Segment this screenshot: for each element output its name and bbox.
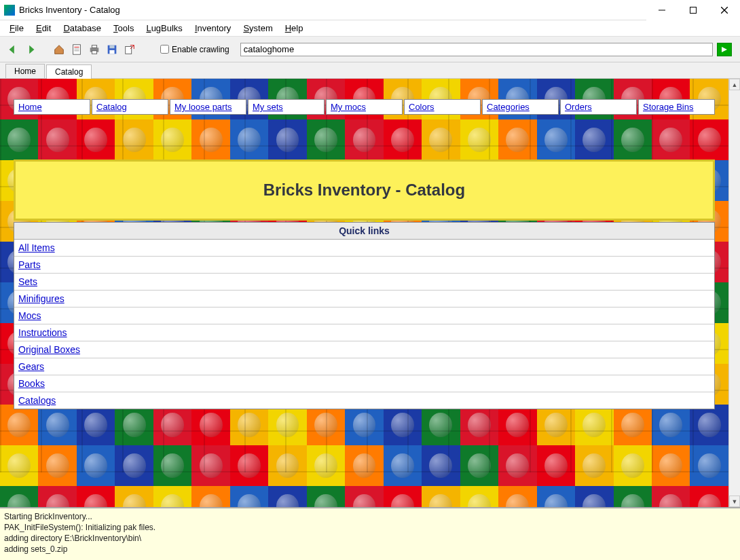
vertical-scrollbar[interactable]: ▲ ▼ [728,79,740,507]
close-icon [721,7,728,14]
nav-link-colors[interactable]: Colors [409,102,434,112]
menu-file[interactable]: File [4,22,29,35]
svg-rect-1 [690,7,697,13]
nav-row: HomeCatalogMy loose partsMy setsMy mocsC… [14,99,715,115]
nav-cell-catalog: Catalog [92,99,168,115]
content-scroll[interactable]: HomeCatalogMy loose partsMy setsMy mocsC… [0,79,728,507]
log-line: adding directory E:\BrickInventory\bin\ [4,533,736,544]
nav-cell-home: Home [14,99,90,115]
save-button[interactable] [105,42,119,57]
quicklinks-header: Quick links [14,223,714,240]
tabbar: Home Catalog [0,62,740,79]
quicklink-minifigures[interactable]: Minifigures [18,293,64,304]
log-panel[interactable]: Starting BrickInventory...PAK_InitFileSy… [0,507,740,560]
quicklink-books[interactable]: Books [18,378,45,389]
menu-help[interactable]: Help [280,22,309,35]
tab-catalog[interactable]: Catalog [46,64,92,79]
print-button[interactable] [87,42,102,57]
quicklink-row: Books [14,375,714,392]
diary-button[interactable] [69,42,84,57]
menu-inventory[interactable]: Inventory [189,22,237,35]
nav-link-my-loose-parts[interactable]: My loose parts [174,102,232,112]
maximize-button[interactable] [678,0,709,20]
menu-system[interactable]: System [238,22,278,35]
quicklink-row: Catalogs [14,392,714,409]
quicklink-row: Parts [14,257,714,274]
nav-cell-my-mocs: My mocs [326,99,403,115]
minimize-button[interactable] [646,0,678,20]
quicklink-parts[interactable]: Parts [18,259,41,270]
nav-cell-orders: Orders [560,99,637,115]
quicklink-mocs[interactable]: Mocs [18,310,41,321]
menubar: File Edit Database Tools LugBulks Invent… [0,20,740,37]
menu-edit[interactable]: Edit [31,22,56,35]
quicklink-catalogs[interactable]: Catalogs [18,395,56,406]
content-area: HomeCatalogMy loose partsMy setsMy mocsC… [0,79,740,507]
document-icon [71,43,83,56]
log-line: PAK_InitFileSystem(): Initializing pak f… [4,522,736,533]
quicklink-row: Original Boxes [14,341,714,358]
export-icon [124,43,136,56]
nav-back-button[interactable] [5,42,20,57]
svg-rect-9 [92,45,96,48]
toolbar: Enable crawling [0,37,740,62]
close-button[interactable] [709,0,740,20]
log-line: adding sets_0.zip [4,544,736,555]
arrow-right-icon [24,43,37,56]
scroll-down-icon[interactable]: ▼ [729,496,740,507]
go-button[interactable] [717,43,732,56]
nav-link-home[interactable]: Home [18,102,42,112]
titlebar: Bricks Inventory - Catalog [0,0,740,20]
nav-link-storage-bins[interactable]: Storage Bins [643,102,693,112]
quicklink-all-items[interactable]: All Items [18,242,55,253]
quicklinks-box: Quick links All ItemsPartsSetsMinifigure… [14,222,715,409]
tab-home[interactable]: Home [5,64,45,78]
quicklink-row: Gears [14,358,714,375]
go-arrow-icon [720,45,728,54]
enable-crawling-checkbox[interactable]: Enable crawling [160,45,229,54]
nav-link-orders[interactable]: Orders [565,102,592,112]
menu-tools[interactable]: Tools [108,22,139,35]
address-input[interactable] [240,43,713,56]
floppy-icon [106,43,118,56]
scroll-up-icon[interactable]: ▲ [729,79,740,90]
nav-forward-button[interactable] [23,42,38,57]
quicklink-original-boxes[interactable]: Original Boxes [18,344,80,355]
app-icon [4,5,15,16]
printer-icon [88,43,100,56]
nav-link-categories[interactable]: Categories [487,102,530,112]
nav-link-catalog[interactable]: Catalog [96,102,127,112]
svg-rect-12 [109,45,114,48]
log-line: Starting BrickInventory... [4,511,736,522]
quicklink-sets[interactable]: Sets [18,276,37,287]
quicklink-row: Sets [14,274,714,291]
quicklink-row: Mocs [14,307,714,324]
svg-rect-10 [92,50,96,54]
home-button[interactable] [52,42,67,57]
minimize-icon [659,7,665,14]
nav-cell-colors: Colors [404,99,481,115]
menu-database[interactable]: Database [58,22,107,35]
enable-crawling-input[interactable] [160,45,169,54]
nav-link-my-sets[interactable]: My sets [253,102,283,112]
menu-lugbulks[interactable]: LugBulks [141,22,187,35]
quicklink-row: Minifigures [14,291,714,307]
export-button[interactable] [122,42,137,57]
svg-rect-4 [73,44,81,54]
page-title: Bricks Inventory - Catalog [14,160,715,221]
quicklink-row: All Items [14,240,714,257]
svg-rect-13 [109,50,114,53]
nav-cell-categories: Categories [482,99,559,115]
home-icon [53,43,65,56]
nav-cell-storage-bins: Storage Bins [638,99,715,115]
arrow-left-icon [7,43,19,56]
window-title: Bricks Inventory - Catalog [19,5,120,15]
nav-link-my-mocs[interactable]: My mocs [331,102,366,112]
quicklink-instructions[interactable]: Instructions [18,327,67,338]
enable-crawling-label: Enable crawling [172,45,229,54]
nav-cell-my-loose-parts: My loose parts [170,99,246,115]
window-controls [646,0,740,20]
quicklink-row: Instructions [14,324,714,341]
quicklink-gears[interactable]: Gears [18,361,44,372]
titlebar-left: Bricks Inventory - Catalog [0,5,120,16]
